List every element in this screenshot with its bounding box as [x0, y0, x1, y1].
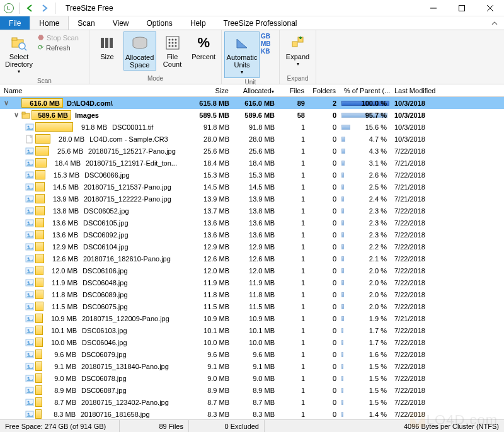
- image-icon: [25, 219, 34, 227]
- col-modified[interactable]: Last Modified: [391, 87, 441, 94]
- size-bar: [35, 254, 44, 263]
- mode-percent-button[interactable]: % Percent: [188, 31, 219, 62]
- svg-point-14: [171, 39, 173, 41]
- image-icon: [25, 314, 34, 323]
- refresh-icon: ⟳: [38, 43, 43, 52]
- tree-row-file[interactable]: 15.3 MBDSC06066.jpg15.3 MB15.3 MB102.6 %…: [0, 169, 504, 181]
- group-label-scan: Scan: [3, 77, 86, 85]
- tree-row-file[interactable]: 14.5 MB20180715_121537-Pano.jpg14.5 MB14…: [0, 181, 504, 193]
- tree-row-file[interactable]: 8.3 MB20180716_181658.jpg8.3 MB8.3 MB101…: [0, 408, 504, 420]
- refresh-button[interactable]: ⟳Refresh: [37, 43, 80, 52]
- mode-allocated-button[interactable]: Allocated Space: [123, 31, 156, 71]
- size-bar: [35, 385, 42, 395]
- mode-size-button[interactable]: Size: [92, 31, 122, 62]
- svg-point-21: [175, 45, 176, 47]
- svg-point-35: [28, 173, 30, 175]
- tree-row-file[interactable]: 18.4 MB20180715_121917-Edit_ton...18.4 M…: [0, 157, 504, 169]
- select-directory-button[interactable]: Select Directory▾: [3, 31, 35, 77]
- unit-kb-button[interactable]: KB: [261, 48, 271, 55]
- size-bar: [35, 182, 45, 191]
- col-folders[interactable]: Folders: [309, 87, 340, 94]
- size-bar: [35, 338, 43, 347]
- nav-forward-button[interactable]: [38, 3, 50, 14]
- tree-row-file[interactable]: 11.8 MBDSC06089.jpg11.8 MB11.8 MB102.0 %…: [0, 288, 504, 300]
- size-bar: [35, 290, 43, 299]
- unit-gb-button[interactable]: GB: [261, 33, 271, 40]
- close-button[interactable]: [476, 0, 504, 16]
- col-allocated[interactable]: Allocated▾: [233, 87, 278, 94]
- tree-row-root[interactable]: ∨ 616.0 MB D:\LO4D.com\ 615.8 MB 616.0 M…: [0, 97, 504, 109]
- maximize-button[interactable]: [447, 0, 476, 16]
- tree-row-file[interactable]: 12.0 MBDSC06106.jpg12.0 MB12.0 MB102.0 %…: [0, 264, 504, 276]
- svg-point-6: [19, 43, 25, 49]
- tree-row-file[interactable]: 13.8 MBDSC06052.jpg13.7 MB13.8 MB102.3 %…: [0, 205, 504, 217]
- size-bar: [35, 350, 42, 359]
- image-icon: [25, 195, 34, 203]
- tab-view[interactable]: View: [104, 16, 138, 30]
- tab-home[interactable]: Home: [30, 16, 69, 30]
- tab-help[interactable]: Help: [181, 16, 215, 30]
- svg-rect-8: [101, 38, 104, 48]
- tree-row-file[interactable]: 12.9 MBDSC06104.jpg12.9 MB12.9 MB102.2 %…: [0, 241, 504, 253]
- size-bar: [35, 230, 44, 239]
- col-size[interactable]: Size: [189, 87, 233, 94]
- col-percent[interactable]: % of Parent (...: [340, 87, 391, 94]
- tree-row-file[interactable]: 91.8 MBDSC00011.tif91.8 MB91.8 MB1015.6 …: [0, 121, 504, 133]
- row-name: DSC06048.jpg: [83, 279, 128, 287]
- tree-row-file[interactable]: 10.9 MB20180715_122009-Pano.jpg10.9 MB10…: [0, 312, 504, 324]
- tree-row-file[interactable]: 10.1 MBDSC06103.jpg10.1 MB10.1 MB101.7 %…: [0, 324, 504, 336]
- svg-point-63: [28, 341, 30, 343]
- size-bar: [35, 158, 47, 168]
- image-icon: [25, 147, 34, 156]
- svg-point-15: [175, 39, 176, 41]
- stop-icon: ⬣: [38, 33, 44, 42]
- file-menu[interactable]: File: [0, 16, 30, 30]
- tree-row-file[interactable]: 8.9 MBDSC06087.jpg8.9 MB8.9 MB101.5 %7/2…: [0, 384, 504, 396]
- stop-scan-button[interactable]: ⬣Stop Scan: [37, 33, 80, 42]
- size-bar: [35, 361, 42, 371]
- nav-back-button[interactable]: [25, 3, 36, 14]
- row-name: DSC06105.jpg: [83, 219, 129, 227]
- tree-row-file[interactable]: 28.0 MBLO4D.com - Sample.CR328.0 MB28.0 …: [0, 133, 504, 145]
- collapse-ribbon-button[interactable]: [485, 16, 504, 30]
- image-icon: [25, 230, 34, 239]
- expand-toggle[interactable]: ∨: [13, 111, 20, 119]
- image-icon: [25, 207, 34, 215]
- tree-row-file[interactable]: 9.0 MBDSC06078.jpg9.0 MB9.0 MB101.5 %7/2…: [0, 372, 504, 384]
- minimize-button[interactable]: [419, 0, 447, 16]
- mode-filecount-button[interactable]: File Count: [158, 31, 188, 69]
- tree-row-file[interactable]: 9.6 MBDSC06079.jpg9.6 MB9.6 MB101.6 %7/2…: [0, 348, 504, 360]
- svg-point-16: [168, 42, 170, 44]
- bars-icon: [98, 34, 116, 52]
- expand-toggle[interactable]: ∨: [3, 99, 10, 107]
- unit-automatic-button[interactable]: Automatic Units▾: [224, 31, 260, 78]
- tree-row-file[interactable]: 12.6 MB20180716_182610-Pano.jpg12.6 MB12…: [0, 253, 504, 264]
- svg-line-7: [25, 48, 26, 50]
- col-files[interactable]: Files: [278, 87, 309, 94]
- tree-row-file[interactable]: 9.1 MB20180715_131840-Pano.jpg9.1 MB9.1 …: [0, 360, 504, 372]
- svg-point-57: [28, 305, 30, 307]
- tree-row-file[interactable]: 13.6 MBDSC06105.jpg13.6 MB13.6 MB102.3 %…: [0, 217, 504, 229]
- tree-row-file[interactable]: 13.6 MBDSC06092.jpg13.6 MB13.6 MB102.3 %…: [0, 229, 504, 241]
- tree-row-folder[interactable]: ∨ 589.6 MB Images 589.5 MB 589.6 MB 58 0…: [0, 109, 504, 121]
- unit-mb-button[interactable]: MB: [261, 40, 271, 47]
- expand-button[interactable]: Expand▾: [282, 31, 313, 69]
- tree-row-file[interactable]: 11.9 MBDSC06048.jpg11.9 MB11.9 MB102.0 %…: [0, 276, 504, 288]
- tree-row-file[interactable]: 13.9 MB20180715_122222-Pano.jpg13.9 MB13…: [0, 193, 504, 205]
- tree-row-file[interactable]: 8.7 MB20180715_123402-Pano.jpg8.7 MB8.7 …: [0, 396, 504, 408]
- row-name: DSC06046.jpg: [82, 339, 127, 346]
- tree-row-file[interactable]: 25.6 MB20180715_125217-Pano.jpg25.6 MB25…: [0, 145, 504, 157]
- column-headers: Name Size Allocated▾ Files Folders % of …: [0, 84, 504, 97]
- svg-point-59: [28, 317, 30, 319]
- tab-treesize-pro[interactable]: TreeSize Professional: [215, 16, 306, 30]
- svg-point-37: [28, 185, 30, 187]
- tree-row-file[interactable]: 11.5 MBDSC06075.jpg11.5 MB11.5 MB102.0 %…: [0, 300, 504, 312]
- tab-options[interactable]: Options: [138, 16, 181, 30]
- tab-scan[interactable]: Scan: [69, 16, 103, 30]
- svg-point-53: [28, 281, 30, 283]
- image-icon: [25, 183, 34, 191]
- image-icon: [25, 302, 34, 311]
- col-name[interactable]: Name: [0, 87, 189, 94]
- size-bar: [35, 218, 44, 227]
- tree-row-file[interactable]: 10.0 MBDSC06046.jpg10.0 MB10.0 MB101.7 %…: [0, 336, 504, 348]
